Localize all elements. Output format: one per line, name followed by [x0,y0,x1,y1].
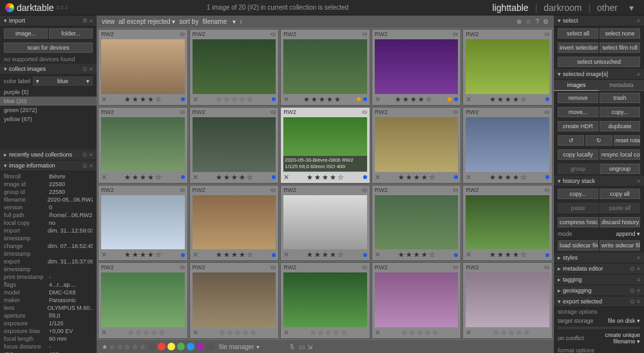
reject-icon[interactable]: ✕ [375,95,381,104]
menu-icon[interactable]: ≡ [90,17,93,24]
reset-icon[interactable]: ⊙ [82,162,88,169]
thumb-image[interactable] [283,195,367,250]
hist-pasteall-button[interactable]: paste all [600,203,640,213]
collapse-icon[interactable]: ⇲ [307,343,312,350]
hist-paste-button[interactable]: paste [558,203,598,213]
color-label-dot[interactable] [167,343,175,350]
reject-icon[interactable]: ✕ [101,329,107,337]
reject-icon[interactable]: ✕ [283,95,289,104]
group-button[interactable]: group [558,164,598,174]
help-icon[interactable]: ? [535,18,539,25]
star-rating[interactable]: ☆☆☆☆☆ [292,329,367,337]
compress-history-button[interactable]: compress history [558,217,598,227]
star-rating[interactable]: ★★★★☆ [474,251,543,259]
styles-header[interactable]: ▸styles≡ [554,253,644,263]
resync-button[interactable]: resync local copy [600,149,640,160]
thumb-image[interactable] [283,272,367,327]
thumbnail[interactable]: RW2⦵✕★★★★☆ [372,185,462,262]
group-icon[interactable]: ⊕ [516,18,522,25]
star-rating[interactable]: ☆☆☆☆☆ [109,329,185,337]
thumbnail[interactable]: RW2⦵✕☆☆☆☆☆ [280,262,370,339]
select-header[interactable]: ▾select≡ [554,15,644,26]
menu-icon[interactable]: ≡ [637,287,640,294]
thumb-image[interactable] [466,39,549,94]
thumb-image[interactable] [375,117,459,172]
thumb-image[interactable] [101,117,185,172]
reset-icon[interactable]: ⊙ [630,265,635,272]
color-label-dot[interactable] [187,343,194,350]
reject-icon[interactable]: ✕ [283,173,289,182]
mode-select[interactable]: append ▾ [575,231,640,237]
reject-icon[interactable]: ✕ [283,329,289,337]
thumb-image[interactable] [466,195,549,250]
thumbnail[interactable]: RW2⦵✕☆☆☆☆☆ [462,262,553,339]
thumbnail[interactable]: RW2⦵✕★★★★☆ [189,107,279,184]
thumbnail[interactable]: RW2⦵✕★★★★☆ [372,29,462,106]
star-rating[interactable]: ★★★★☆ [201,251,270,259]
thumbnail[interactable]: RW2⦵✕★★★★☆ [372,107,462,184]
display-icon[interactable]: ▭ [299,343,305,350]
zoom-value[interactable]: 5 [290,343,294,350]
reject-icon[interactable]: ✕ [466,173,471,182]
selimg-header[interactable]: ▾selected image[s]≡ [554,69,644,80]
select-all-button[interactable]: select all [558,28,598,39]
reset-icon[interactable]: ⊙ [82,151,88,158]
select-untouched-button[interactable]: select untouched [558,57,640,67]
star-rating[interactable]: ☆☆☆☆☆ [201,329,276,337]
collect-item[interactable]: green (2072) [0,106,97,115]
metadata-header[interactable]: ▸metadata editor⊙≡ [554,263,644,274]
rotate-left-button[interactable]: ↺ [558,135,584,146]
conflict-select[interactable]: create unique filename ▾ [587,332,640,345]
tab-metadata[interactable]: metadata [599,80,644,91]
menu-icon[interactable]: ≡ [637,265,640,272]
reject-icon[interactable]: ✕ [193,173,198,182]
trash-button[interactable]: trash [600,93,640,103]
star-rating[interactable]: ★★★★☆ [292,251,361,259]
reset-icon[interactable]: ⊙ [630,298,635,305]
thumbnail[interactable]: RW2⦵✕☆☆☆☆☆ [372,262,462,339]
star-rating[interactable]: ★★★★☆ [109,173,178,182]
reject-icon[interactable]: ✕ [101,95,107,104]
star-rating[interactable]: ★★★★☆ [474,173,543,182]
reject-icon[interactable]: ✕ [375,173,381,182]
star-rating[interactable]: ★★★★☆ [109,251,178,259]
layout-select[interactable]: file manager ▾ [219,343,260,350]
filter-select[interactable]: all except rejected ▾ [118,18,175,25]
imginfo-header[interactable]: ▾image information⊙≡ [0,160,97,171]
menu-icon[interactable]: ≡ [90,162,93,169]
sort-select[interactable]: filename ▾ [202,18,235,25]
recent-header[interactable]: ▸recently used collections⊙≡ [0,149,97,160]
thumb-image[interactable] [101,272,185,327]
duplicate-button[interactable]: duplicate [600,121,640,131]
reject-icon[interactable]: ✕ [375,329,381,337]
menu-icon[interactable]: ≡ [637,71,640,77]
color-label-dot[interactable] [177,343,185,350]
reject-icon[interactable]: ✕ [193,329,198,337]
star-rating[interactable]: ★★★★☆ [201,173,270,182]
move-button[interactable]: move... [558,107,598,117]
load-sidecar-button[interactable]: load sidecar file... [558,240,598,251]
thumb-image[interactable] [193,117,276,172]
reject-icon[interactable]: ✕ [466,95,471,104]
thumbnail[interactable]: RW2⦵✕☆☆☆☆☆ [189,262,279,339]
star-rating[interactable]: ☆☆☆☆☆ [474,329,549,337]
reject-icon[interactable]: ✕ [101,251,107,259]
tagging-header[interactable]: ▸tagging≡ [554,274,644,285]
mode-darkroom[interactable]: darkroom [538,1,587,14]
thumbnail[interactable]: RW2⦵✕★★★★☆ [98,29,188,106]
sort-direction-icon[interactable]: ↕ [240,18,243,25]
target-storage-select[interactable]: file on disk ▾ [596,318,640,324]
star-rating[interactable]: ★★★★☆ [383,173,452,182]
reject-icon[interactable]: ✕ [466,251,471,259]
thumbnail[interactable]: RW2⦵✕★★★★☆ [462,29,553,106]
thumb-image[interactable] [375,39,459,94]
star-overlay-icon[interactable]: ☆ [526,18,531,25]
select-filmroll-button[interactable]: select film roll [600,43,640,53]
gear-icon[interactable]: ⚙ [82,17,88,24]
thumb-image[interactable] [375,195,459,250]
export-header[interactable]: ▾export selected⊙≡ [554,296,644,307]
tab-images[interactable]: images [554,80,599,91]
collect-item[interactable]: purple (5) [0,88,97,97]
menu-icon[interactable]: ≡ [637,298,640,305]
color-label-dot[interactable] [196,343,204,350]
